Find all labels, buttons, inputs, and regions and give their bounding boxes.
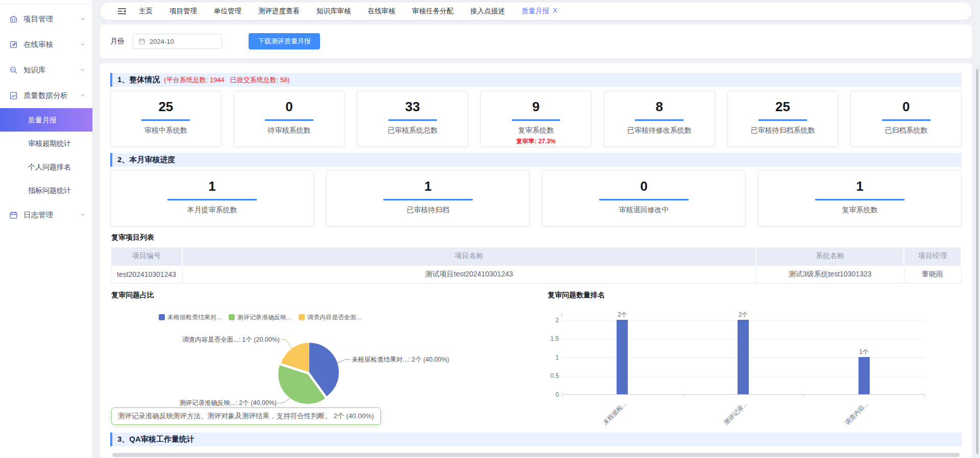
section-note: (平台系统总数: 1944 已提交系统总数: 58) xyxy=(164,75,289,85)
tab-unit-management[interactable]: 单位管理 xyxy=(214,7,241,16)
x-axis-tick xyxy=(562,394,562,397)
submenu-item-quality-monthly-report[interactable]: 质量月报 xyxy=(0,108,92,132)
month-filter-label: 月份 xyxy=(110,37,125,46)
sidebar-item-project-management[interactable]: 项目管理 xyxy=(0,6,92,32)
review-project-table: 项目编号 项目名称 系统名称 项目经理 test202410301243 测试项… xyxy=(110,247,962,284)
tab-project-management[interactable]: 项目管理 xyxy=(169,7,197,16)
bar-chart-title: 复审问题数量排名 xyxy=(548,291,605,300)
report-content-panel: 1、整体情况 (平台系统总数: 1944 已提交系统总数: 58) 25 审核中… xyxy=(100,63,972,458)
column-header: 系统名称 xyxy=(756,247,904,265)
review-rate-note: 复审率: 27.3% xyxy=(481,137,591,146)
bar-value-label: 1个 xyxy=(853,348,875,357)
y-axis-tick-label: 1 xyxy=(547,354,559,361)
legend-swatch xyxy=(299,314,305,320)
x-axis-tick xyxy=(924,394,925,397)
tab-bar: 主页 项目管理 单位管理 测评进度查看 知识库审核 在线审核 审核任务分配 接入… xyxy=(100,3,972,20)
submenu-item-indicator-issue-stats[interactable]: 指标问题统计 xyxy=(0,179,92,202)
stat-card: 0 已归档系统数 xyxy=(850,91,962,147)
chevron-up-icon xyxy=(80,93,85,98)
tab-eval-progress[interactable]: 测评进度查看 xyxy=(258,7,300,16)
stat-card: 1 已审核待归档 xyxy=(326,170,530,226)
sidebar-item-log-management[interactable]: 日志管理 xyxy=(0,202,92,227)
stat-card: 25 已审核待归档系统数 xyxy=(727,91,839,147)
sidebar-item-quality-data-analysis[interactable]: 质量数据分析 xyxy=(0,83,92,108)
close-tab-icon[interactable]: X xyxy=(553,7,557,16)
tab-review-task-assign[interactable]: 审核任务分配 xyxy=(412,7,454,16)
stat-value: 0 xyxy=(851,99,961,115)
legend-item[interactable]: 未根据检查结果对... xyxy=(159,313,222,322)
stat-card: 1 本月提审系统数 xyxy=(110,170,314,226)
month-picker-value: 2024-10 xyxy=(150,38,174,45)
pie-legend: 未根据检查结果对...测评记录准确反映...调查内容是否全面... xyxy=(159,313,361,322)
tab-knowledge-review[interactable]: 知识库审核 xyxy=(316,7,351,16)
stat-card: 0 审核退回修改中 xyxy=(542,170,746,226)
stat-label: 已审核待归档 xyxy=(327,206,529,215)
stat-value: 0 xyxy=(543,179,745,194)
stat-underline xyxy=(512,119,560,121)
stat-label: 本月提审系统数 xyxy=(111,206,313,215)
month-card-row: 1 本月提审系统数 1 已审核待归档 0 审核退回修改中 1 复审系统数 xyxy=(110,170,962,226)
stat-value: 1 xyxy=(758,179,961,194)
horizontal-scrollbar[interactable] xyxy=(112,453,960,457)
sidebar-item-label: 质量数据分析 xyxy=(23,91,68,100)
active-tab-label: 质量月报 xyxy=(522,7,549,16)
x-axis-tick xyxy=(683,394,683,397)
download-report-button[interactable]: 下载测评质量月报 xyxy=(249,33,320,49)
calendar-icon xyxy=(9,211,18,219)
section-header-qa-workload: 3、QA审核工作量统计 xyxy=(110,432,962,446)
sidebar-item-knowledge-base[interactable]: 知识库 xyxy=(0,57,92,83)
stat-underline xyxy=(635,119,683,121)
filter-panel: 月份 2024-10 下载测评质量月报 xyxy=(100,24,972,58)
stat-underline xyxy=(167,199,257,200)
stat-value: 25 xyxy=(728,99,838,115)
collapse-sidebar-icon[interactable] xyxy=(117,8,127,15)
submenu-item-review-overdue-stats[interactable]: 审核超期统计 xyxy=(0,132,92,155)
stat-underline xyxy=(265,119,313,121)
stat-value: 0 xyxy=(234,99,345,115)
chevron-down-icon xyxy=(80,42,85,47)
stat-value: 1 xyxy=(327,179,529,194)
table-header-row: 项目编号 项目名称 系统名称 项目经理 xyxy=(111,247,961,265)
cell-project-code: test202410301243 xyxy=(111,265,182,283)
section-title: 1、整体情况 xyxy=(117,75,160,85)
y-axis-tick-label: 1.5 xyxy=(547,335,559,342)
sidebar-item-label: 项目管理 xyxy=(23,14,53,24)
month-picker-input[interactable]: 2024-10 xyxy=(133,34,222,49)
column-header: 项目编号 xyxy=(111,247,182,265)
sidebar-item-online-review[interactable]: 在线审核 xyxy=(0,32,92,57)
chevron-down-icon xyxy=(80,212,85,217)
bar[interactable] xyxy=(738,320,749,394)
submenu-item-personal-issue-ranking[interactable]: 个人问题排名 xyxy=(0,155,92,179)
legend-item[interactable]: 调查内容是否全面... xyxy=(299,313,361,322)
stat-value: 9 xyxy=(481,99,591,115)
legend-item[interactable]: 测评记录准确反映... xyxy=(229,313,291,322)
pie-chart-review-issue-share[interactable]: 复审问题占比 未根据检查结果对...测评记录准确反映...调查内容是否全面...… xyxy=(110,290,536,427)
stat-value: 1 xyxy=(111,179,313,194)
charts-row: 复审问题占比 未根据检查结果对...测评记录准确反映...调查内容是否全面...… xyxy=(110,290,962,427)
stat-label: 已归档系统数 xyxy=(851,126,961,135)
magnifier-icon xyxy=(9,66,18,74)
cell-project-name: 测试项目test202410301243 xyxy=(182,265,756,283)
tab-online-review[interactable]: 在线审核 xyxy=(368,7,396,16)
tab-home[interactable]: 主页 xyxy=(139,7,153,16)
edit-icon xyxy=(9,40,18,49)
cell-project-manager: 董晓雨 xyxy=(904,265,961,283)
sidebar-item-label: 知识库 xyxy=(23,65,46,75)
chevron-down-icon xyxy=(80,16,85,21)
stat-card: 1 复审系统数 xyxy=(758,170,962,226)
section-title: 3、QA审核工作量统计 xyxy=(117,435,194,444)
tab-access-point-desc[interactable]: 接入点描述 xyxy=(471,7,505,16)
stat-label: 审核退回修改中 xyxy=(543,206,745,215)
bar-plot-area xyxy=(562,320,924,395)
stat-value: 8 xyxy=(604,99,715,115)
vertical-scrollbar[interactable] xyxy=(976,69,978,454)
x-axis-category-label: 测评记录... xyxy=(722,400,749,427)
bar[interactable] xyxy=(859,357,870,394)
tab-quality-monthly-report[interactable]: 质量月报 X xyxy=(522,7,557,16)
stat-label: 已审核待归档系统数 xyxy=(728,126,838,135)
bar[interactable] xyxy=(617,320,628,394)
x-axis-tick xyxy=(803,394,804,397)
chevron-down-icon xyxy=(80,67,85,72)
bar-chart-review-issue-ranking[interactable]: 复审问题数量排名 ↑ 00.511.522个未根据检...2个测评记录...1个… xyxy=(547,290,962,427)
x-axis-category-label: 调查内容... xyxy=(843,400,870,427)
